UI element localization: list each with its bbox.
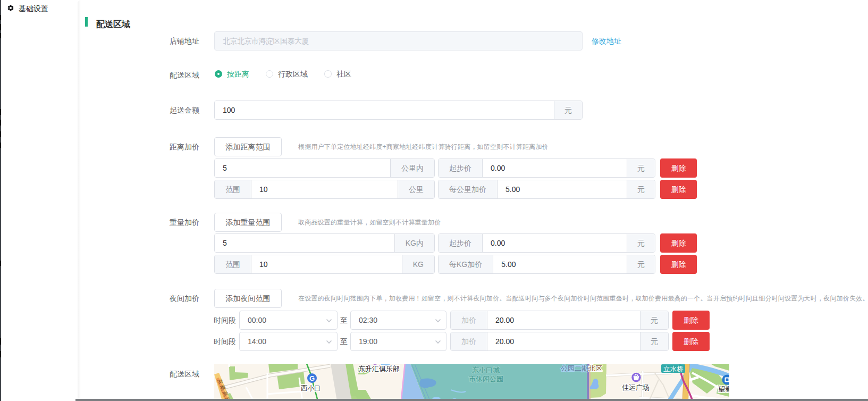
svg-text:市休闲公园: 市休闲公园 (469, 375, 503, 383)
svg-text:西小口: 西小口 (301, 385, 321, 392)
svg-text:公园二期: 公园二期 (561, 364, 588, 372)
svg-text:G: G (309, 374, 315, 382)
svg-text:佳运广场: 佳运广场 (621, 383, 650, 391)
svg-text:立水桥: 立水桥 (663, 365, 684, 373)
svg-text:北区: 北区 (588, 364, 602, 372)
svg-text:东小口城: 东小口城 (472, 366, 500, 374)
svg-text:东升汇俱乐部: 东升汇俱乐部 (358, 365, 400, 373)
svg-text:望春: 望春 (718, 385, 729, 393)
